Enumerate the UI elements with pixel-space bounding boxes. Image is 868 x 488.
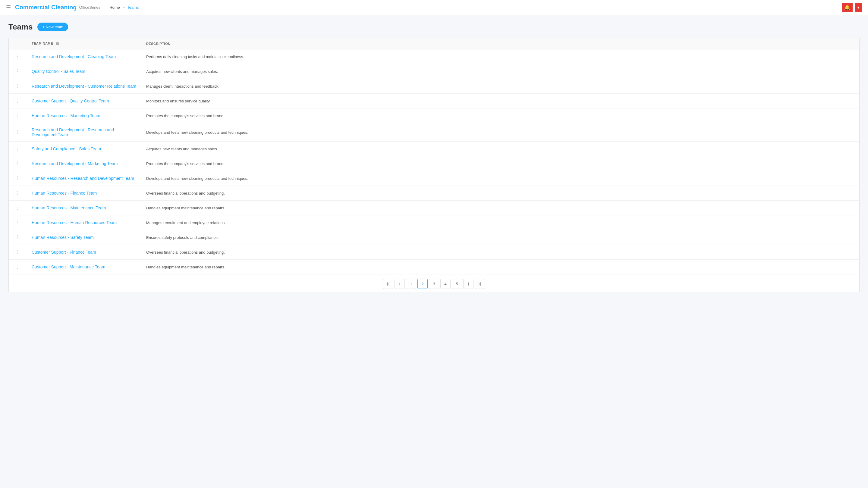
table-row: ⋮Research and Development - Customer Rel… <box>9 79 859 94</box>
table-row: ⋮Human Resources - Marketing TeamPromote… <box>9 108 859 123</box>
team-name-link[interactable]: Human Resources - Maintenance Team <box>32 205 106 210</box>
team-name-link[interactable]: Research and Development - Research and … <box>32 127 114 137</box>
row-menu-cell: ⋮ <box>9 64 27 79</box>
row-menu-cell: ⋮ <box>9 186 27 201</box>
row-team-name: Human Resources - Research and Developme… <box>27 171 141 186</box>
row-menu-cell: ⋮ <box>9 201 27 216</box>
teams-table: Team Name ▦ Description ⋮Research and De… <box>9 38 859 274</box>
team-name-link[interactable]: Customer Support - Quality Control Team <box>32 98 109 103</box>
table-header: Team Name ▦ Description <box>9 38 859 50</box>
table-body: ⋮Research and Development - Cleaning Tea… <box>9 50 859 274</box>
breadcrumb-home[interactable]: Home <box>110 5 120 10</box>
row-menu-cell: ⋮ <box>9 230 27 245</box>
page-4-button[interactable]: 4 <box>440 279 451 289</box>
row-description: Develops and tests new cleaning products… <box>141 123 859 141</box>
row-description: Acquires new clients and manages sales. <box>141 64 859 79</box>
row-team-name: Quality Control - Sales Team <box>27 64 141 79</box>
page-last-button[interactable]: ⟩⟩ <box>475 279 485 289</box>
navbar-actions: 🔔 ▼ <box>842 3 862 12</box>
row-menu-cell: ⋮ <box>9 260 27 274</box>
table-row: ⋮Research and Development - Marketing Te… <box>9 156 859 171</box>
filter-icon[interactable]: ▦ <box>56 41 59 45</box>
team-name-link[interactable]: Human Resources - Human Resources Team <box>32 220 117 225</box>
main-content: Teams + New team Team Name ▦ Description… <box>0 15 868 299</box>
row-menu-cell: ⋮ <box>9 50 27 64</box>
team-name-link[interactable]: Research and Development - Marketing Tea… <box>32 161 118 166</box>
teams-table-container: Team Name ▦ Description ⋮Research and De… <box>8 38 860 292</box>
row-menu-cell: ⋮ <box>9 108 27 123</box>
team-name-link[interactable]: Human Resources - Marketing Team <box>32 113 100 118</box>
row-menu-button[interactable]: ⋮ <box>14 190 22 196</box>
team-name-link[interactable]: Human Resources - Safety Team <box>32 235 94 240</box>
row-description: Manages recruitment and employee relatio… <box>141 216 859 230</box>
row-team-name: Research and Development - Marketing Tea… <box>27 156 141 171</box>
row-menu-button[interactable]: ⋮ <box>14 146 22 152</box>
col-description: Description <box>141 38 859 50</box>
bell-dropdown-button[interactable]: ▼ <box>855 3 862 12</box>
table-row: ⋮Research and Development - Cleaning Tea… <box>9 50 859 64</box>
team-name-link[interactable]: Customer Support - Maintenance Team <box>32 264 105 269</box>
app-subtitle: OfficeSeries <box>79 5 101 10</box>
row-menu-cell: ⋮ <box>9 123 27 141</box>
row-description: Oversees financial operations and budget… <box>141 186 859 201</box>
team-name-link[interactable]: Human Resources - Research and Developme… <box>32 176 134 181</box>
row-description: Performs daily cleaning tasks and mainta… <box>141 50 859 64</box>
chevron-down-icon: ▼ <box>857 5 860 10</box>
row-team-name: Safety and Compliance - Sales Team <box>27 141 141 156</box>
row-menu-button[interactable]: ⋮ <box>14 264 22 270</box>
bell-button[interactable]: 🔔 <box>842 3 852 12</box>
table-row: ⋮Safety and Compliance - Sales TeamAcqui… <box>9 141 859 156</box>
row-description: Handles equipment maintenance and repair… <box>141 201 859 216</box>
table-row: ⋮Customer Support - Quality Control Team… <box>9 94 859 108</box>
row-menu-button[interactable]: ⋮ <box>14 249 22 255</box>
row-team-name: Customer Support - Quality Control Team <box>27 94 141 108</box>
row-team-name: Human Resources - Safety Team <box>27 230 141 245</box>
navbar: ☰ Commercial Cleaning OfficeSeries Home … <box>0 0 868 15</box>
row-menu-button[interactable]: ⋮ <box>14 161 22 167</box>
row-description: Promotes the company's services and bran… <box>141 108 859 123</box>
team-name-link[interactable]: Research and Development - Customer Rela… <box>32 84 136 89</box>
page-1-button[interactable]: 1 <box>406 279 416 289</box>
row-menu-button[interactable]: ⋮ <box>14 234 22 240</box>
col-team-name: Team Name ▦ <box>27 38 141 50</box>
team-name-link[interactable]: Customer Support - Finance Team <box>32 250 96 255</box>
page-prev-button[interactable]: ⟨ <box>395 279 405 289</box>
team-name-link[interactable]: Human Resources - Finance Team <box>32 191 97 195</box>
row-description: Ensures safety protocols and compliance. <box>141 230 859 245</box>
page-next-button[interactable]: ⟩ <box>463 279 473 289</box>
col-menu <box>9 38 27 50</box>
page-5-button[interactable]: 5 <box>452 279 462 289</box>
team-name-link[interactable]: Safety and Compliance - Sales Team <box>32 147 101 151</box>
table-row: ⋮Human Resources - Safety TeamEnsures sa… <box>9 230 859 245</box>
row-menu-button[interactable]: ⋮ <box>14 98 22 104</box>
row-menu-cell: ⋮ <box>9 171 27 186</box>
table-row: ⋮Human Resources - Finance TeamOversees … <box>9 186 859 201</box>
row-description: Manages client interactions and feedback… <box>141 79 859 94</box>
row-team-name: Research and Development - Customer Rela… <box>27 79 141 94</box>
hamburger-icon[interactable]: ☰ <box>6 4 11 11</box>
row-menu-button[interactable]: ⋮ <box>14 113 22 119</box>
row-menu-button[interactable]: ⋮ <box>14 83 22 89</box>
table-row: ⋮Human Resources - Maintenance TeamHandl… <box>9 201 859 216</box>
row-menu-button[interactable]: ⋮ <box>14 129 22 135</box>
row-menu-button[interactable]: ⋮ <box>14 68 22 74</box>
team-name-link[interactable]: Research and Development - Cleaning Team <box>32 54 116 59</box>
team-name-link[interactable]: Quality Control - Sales Team <box>32 69 85 74</box>
table-row: ⋮Research and Development - Research and… <box>9 123 859 141</box>
row-menu-button[interactable]: ⋮ <box>14 205 22 211</box>
row-menu-button[interactable]: ⋮ <box>14 175 22 181</box>
row-team-name: Research and Development - Research and … <box>27 123 141 141</box>
table-row: ⋮Customer Support - Maintenance TeamHand… <box>9 260 859 274</box>
table-row: ⋮Customer Support - Finance TeamOversees… <box>9 245 859 260</box>
page-2-button[interactable]: 2 <box>417 279 428 289</box>
row-description: Promotes the company's services and bran… <box>141 156 859 171</box>
page-header: Teams + New team <box>8 22 860 32</box>
row-menu-cell: ⋮ <box>9 79 27 94</box>
page-first-button[interactable]: ⟨⟨ <box>383 279 393 289</box>
row-menu-button[interactable]: ⋮ <box>14 220 22 226</box>
row-description: Oversees financial operations and budget… <box>141 245 859 260</box>
row-menu-button[interactable]: ⋮ <box>14 54 22 60</box>
new-team-button[interactable]: + New team <box>37 23 68 31</box>
page-3-button[interactable]: 3 <box>429 279 439 289</box>
row-description: Handles equipment maintenance and repair… <box>141 260 859 274</box>
